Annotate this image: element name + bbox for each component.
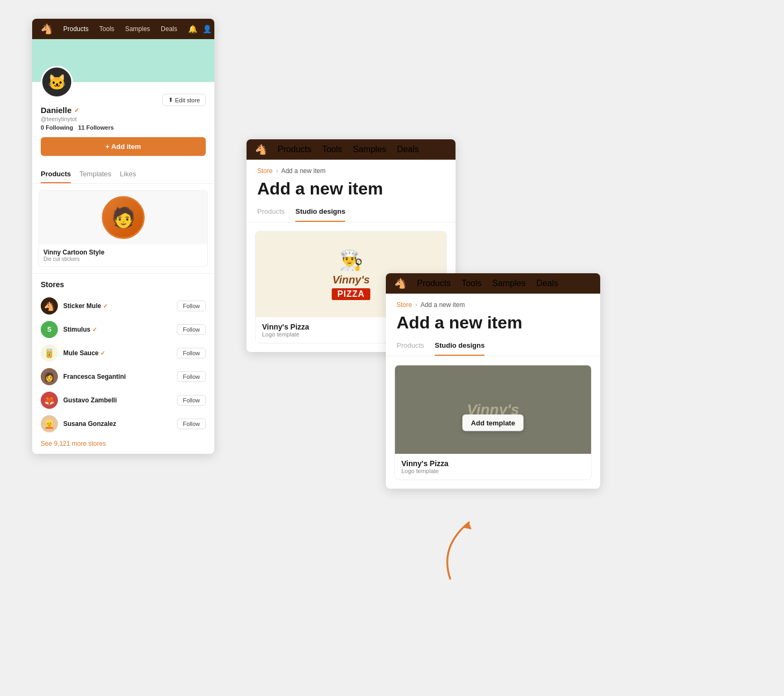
edit-store-label: Edit store [175, 97, 200, 103]
upload-icon: ⬆ [168, 96, 173, 103]
nav-samples-2[interactable]: Samples [353, 145, 386, 154]
bc-current-2: Add a new item [281, 167, 326, 175]
follow-button-fs[interactable]: Follow [177, 371, 206, 382]
profile-stats: 0 Following 11 Followers [41, 124, 206, 131]
product-sub-vinny: Die cut stickers [43, 256, 203, 262]
add-item-button[interactable]: + Add item [41, 137, 206, 156]
svg-marker-2 [464, 522, 472, 529]
pizza-chef-icon: 👨‍🍳 [339, 249, 363, 272]
nav-right-1: 🔔 👤 [188, 25, 212, 33]
store-avatar-gz: 🦊 [41, 392, 58, 409]
pizza-logo: 👨‍🍳 Vinny's PIZZA [332, 249, 370, 300]
vinny-avatar: 🧑 [102, 196, 145, 239]
profile-tabs: Products Templates Likes [32, 164, 214, 184]
follow-button-gz[interactable]: Follow [177, 395, 206, 406]
tab-products-2[interactable]: Products [257, 207, 285, 222]
profile-handle: @teenytinytot [41, 116, 206, 122]
store-name-gz: Gustavo Zambelli [63, 396, 177, 404]
stores-section: Stores 🐴 Sticker Mule ✓ Follow S Stimulu… [32, 273, 214, 454]
store-avatar-sm: 🐴 [41, 297, 58, 315]
bc-store-3[interactable]: Store [397, 301, 412, 309]
nav-logo-2: 🐴 [255, 144, 267, 155]
nav-logo-1: 🐴 [41, 23, 53, 35]
follow-button-ms[interactable]: Follow [177, 348, 206, 358]
list-item: 🦊 Gustavo Zambelli Follow [41, 388, 206, 412]
product-name-vinny: Vinny Cartoon Style [43, 249, 203, 256]
nav-bar-1: 🐴 Products Tools Samples Deals 🔔 👤 [32, 19, 214, 39]
list-item: 👩 Francesca Segantini Follow [41, 365, 206, 388]
nav-deals-3[interactable]: Deals [536, 279, 558, 288]
product-image-vinny: 🧑 [39, 191, 207, 244]
pizza-brand: PIZZA [332, 288, 370, 300]
verified-stimulus: ✓ [92, 326, 97, 333]
verified-badge: ✓ [74, 107, 79, 114]
nav-tools-1[interactable]: Tools [99, 25, 114, 33]
tab-products[interactable]: Products [41, 170, 71, 183]
see-more-stores[interactable]: See 9,121 more stores [41, 440, 206, 447]
store-name-fs: Francesca Segantini [63, 373, 177, 380]
verified-sm: ✓ [103, 303, 108, 310]
tab-studio-designs-3[interactable]: Studio designs [435, 341, 484, 356]
pizza-title: Vinny's [332, 274, 370, 286]
nav-bar-3: 🐴 Products Tools Samples Deals [386, 273, 600, 294]
following-count: 0 [41, 124, 44, 131]
nav-logo-3: 🐴 [394, 278, 406, 289]
store-name-sg: Susana Gonzalez [63, 420, 177, 428]
tab-templates[interactable]: Templates [79, 170, 111, 183]
profile-banner: 🐱 ⬆ Edit store [32, 39, 214, 82]
tab-products-3[interactable]: Products [397, 341, 424, 356]
nav-products-3[interactable]: Products [417, 279, 451, 288]
profile-info: Danielle ✓ @teenytinytot 0 Following 11 … [32, 106, 214, 137]
tab-likes[interactable]: Likes [120, 170, 136, 183]
store-avatar-fs: 👩 [41, 368, 58, 385]
store-name-ms: Mule Sauce ✓ [63, 349, 177, 357]
product-card-pizza-3[interactable]: Vinny's Add template Vinny's Pizza Logo … [394, 365, 592, 480]
product-card-vinny[interactable]: 🧑 Vinny Cartoon Style Die cut stickers [39, 190, 208, 267]
nav-bar-2: 🐴 Products Tools Samples Deals [247, 139, 456, 160]
product-info-vinny: Vinny Cartoon Style Die cut stickers [39, 244, 207, 266]
follow-button-sm[interactable]: Follow [177, 301, 206, 311]
user-icon-1[interactable]: 👤 [203, 25, 212, 33]
product-image-pizza-3: Vinny's [395, 365, 591, 454]
stores-title: Stores [41, 280, 206, 289]
store-name-sm: Sticker Mule ✓ [63, 302, 177, 310]
panel-add-item-3: 🐴 Products Tools Samples Deals Store › A… [386, 273, 600, 489]
list-item: 🥫 Mule Sauce ✓ Follow [41, 341, 206, 365]
nav-deals-1[interactable]: Deals [161, 25, 177, 33]
nav-tools-2[interactable]: Tools [322, 145, 342, 154]
page-title-3: Add a new item [386, 309, 600, 341]
list-item: S Stimulus ✓ Follow [41, 318, 206, 341]
profile-avatar-wrap: 🐱 [41, 66, 73, 98]
profile-name-text: Danielle [41, 106, 72, 115]
store-avatar-ms: 🥫 [41, 345, 58, 362]
edit-store-button[interactable]: ⬆ Edit store [162, 94, 206, 106]
nav-deals-2[interactable]: Deals [397, 145, 419, 154]
breadcrumb-3: Store › Add a new item [386, 294, 600, 309]
bc-store-2[interactable]: Store [257, 167, 273, 175]
tabs-bar-2: Products Studio designs [247, 207, 456, 222]
profile-name: Danielle ✓ [41, 106, 206, 115]
add-item-label: + Add item [106, 143, 141, 151]
follow-button-sg[interactable]: Follow [177, 418, 206, 429]
nav-tools-3[interactable]: Tools [461, 279, 481, 288]
list-item: 👱 Susana Gonzalez Follow [41, 412, 206, 436]
product-name-pizza-3: Vinny's Pizza [401, 459, 585, 468]
followers-count: 11 [78, 124, 85, 131]
add-template-overlay[interactable]: Add template [462, 414, 524, 431]
nav-samples-3[interactable]: Samples [492, 279, 526, 288]
list-item: 🐴 Sticker Mule ✓ Follow [41, 294, 206, 318]
follow-button-stimulus[interactable]: Follow [177, 324, 206, 335]
nav-products-1[interactable]: Products [63, 25, 88, 33]
followers-label: Followers [86, 124, 114, 131]
breadcrumb-2: Store › Add a new item [247, 160, 456, 175]
verified-ms: ✓ [100, 350, 105, 357]
tabs-bar-3: Products Studio designs [386, 341, 600, 356]
bc-current-3: Add a new item [421, 301, 465, 309]
nav-products-2[interactable]: Products [278, 145, 311, 154]
page-title-2: Add a new item [247, 175, 456, 207]
nav-samples-1[interactable]: Samples [125, 25, 150, 33]
bc-sep-2: › [276, 167, 278, 175]
bell-icon-1[interactable]: 🔔 [188, 25, 197, 33]
following-label: Following [46, 124, 73, 131]
tab-studio-designs-2[interactable]: Studio designs [295, 207, 345, 222]
